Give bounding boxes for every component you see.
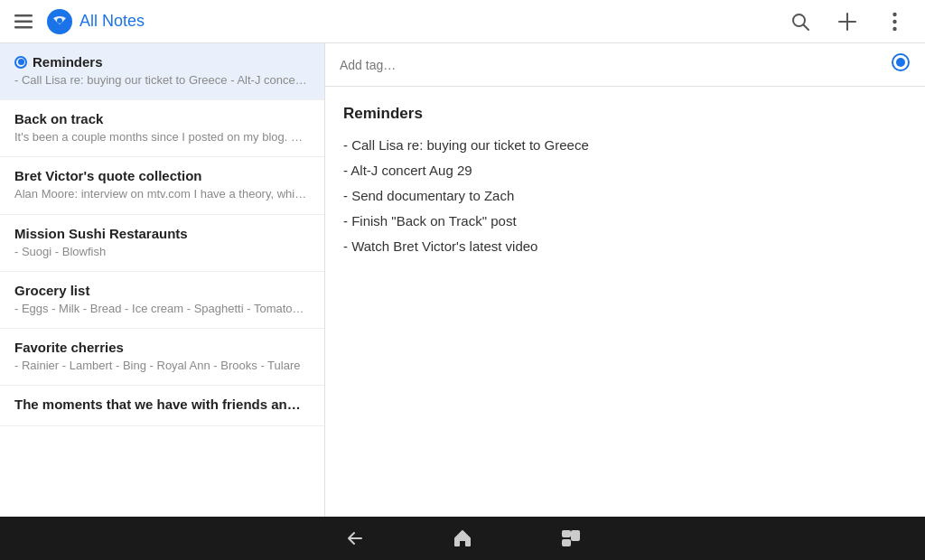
note-item-bret-victor[interactable]: Bret Victor's quote collection Alan Moor… [0, 157, 324, 214]
svg-point-13 [896, 58, 905, 67]
note-list: Reminders - Call Lisa re: buying our tic… [0, 43, 325, 517]
note-item-mission-sushi[interactable]: Mission Sushi Restaraunts - Suogi - Blow… [0, 215, 324, 272]
note-preview-bret-victor: Alan Moore: interview on mtv.com I have … [14, 186, 310, 202]
svg-point-4 [57, 18, 62, 23]
note-item-moments-with-friends[interactable]: The moments that we have with friends an… [0, 386, 324, 426]
svg-rect-0 [14, 14, 33, 17]
app-title: All Notes [79, 12, 145, 31]
note-preview-back-on-track: It's been a couple months since I posted… [14, 129, 310, 145]
note-preview-reminders: - Call Lisa re: buying our ticket to Gre… [14, 72, 310, 89]
svg-line-6 [804, 24, 809, 30]
top-bar: All Notes [0, 0, 925, 43]
note-content-panel: Reminders - Call Lisa re: buying our tic… [325, 43, 925, 517]
note-title-back-on-track: Back on track [14, 111, 310, 126]
bottom-nav-bar [0, 517, 925, 560]
note-title-mission-sushi: Mission Sushi Restaraunts [14, 226, 310, 241]
svg-rect-15 [572, 531, 579, 540]
note-item-grocery-list[interactable]: Grocery list - Eggs - Milk - Bread - Ice… [0, 272, 324, 329]
note-body[interactable]: Reminders - Call Lisa re: buying our tic… [325, 87, 925, 517]
top-bar-icons [784, 5, 918, 38]
active-note-line-4: - Watch Bret Victor's latest video [343, 236, 907, 257]
main-content: Reminders - Call Lisa re: buying our tic… [0, 43, 925, 517]
note-title-bret-victor: Bret Victor's quote collection [14, 168, 310, 183]
svg-point-11 [892, 26, 896, 30]
overflow-button[interactable] [878, 5, 911, 38]
app-logo [47, 9, 72, 34]
active-note-line-1: - Alt-J concert Aug 29 [343, 160, 907, 182]
note-title-favorite-cherries: Favorite cherries [14, 340, 310, 355]
svg-point-10 [892, 19, 896, 23]
note-preview-favorite-cherries: - Rainier - Lambert - Bing - Royal Ann -… [14, 358, 310, 374]
active-note-line-3: - Finish "Back on Track" post [343, 210, 907, 232]
svg-point-9 [892, 12, 896, 15]
tag-bar [325, 43, 925, 87]
menu-button[interactable] [7, 5, 40, 38]
note-item-back-on-track[interactable]: Back on track It's been a couple months … [0, 100, 324, 157]
note-title-moments-with-friends: The moments that we have with friends an… [14, 397, 310, 412]
back-button[interactable] [336, 520, 372, 556]
note-title-grocery-list: Grocery list [14, 283, 310, 298]
note-item-favorite-cherries[interactable]: Favorite cherries - Rainier - Lambert - … [0, 329, 324, 386]
tag-circle-icon [891, 52, 911, 77]
search-button[interactable] [784, 5, 817, 38]
active-note-line-0: - Call Lisa re: buying our ticket to Gre… [343, 135, 907, 156]
recents-button[interactable] [553, 520, 589, 556]
radio-dot-reminders [14, 56, 27, 69]
note-preview-mission-sushi: - Suogi - Blowfish [14, 244, 310, 260]
svg-rect-2 [14, 26, 33, 29]
svg-rect-16 [563, 540, 570, 546]
svg-rect-14 [563, 531, 570, 537]
active-note-line-2: - Send documentary to Zach [343, 185, 907, 207]
note-preview-grocery-list: - Eggs - Milk - Bread - Ice cream - Spag… [14, 301, 310, 317]
top-bar-left: All Notes [7, 5, 784, 38]
note-title-reminders: Reminders [14, 54, 310, 70]
tag-input[interactable] [340, 58, 891, 72]
svg-rect-1 [14, 20, 33, 23]
home-button[interactable] [444, 520, 481, 556]
add-button[interactable] [831, 5, 864, 38]
active-note-title: Reminders [343, 101, 907, 126]
note-item-reminders[interactable]: Reminders - Call Lisa re: buying our tic… [0, 43, 324, 100]
